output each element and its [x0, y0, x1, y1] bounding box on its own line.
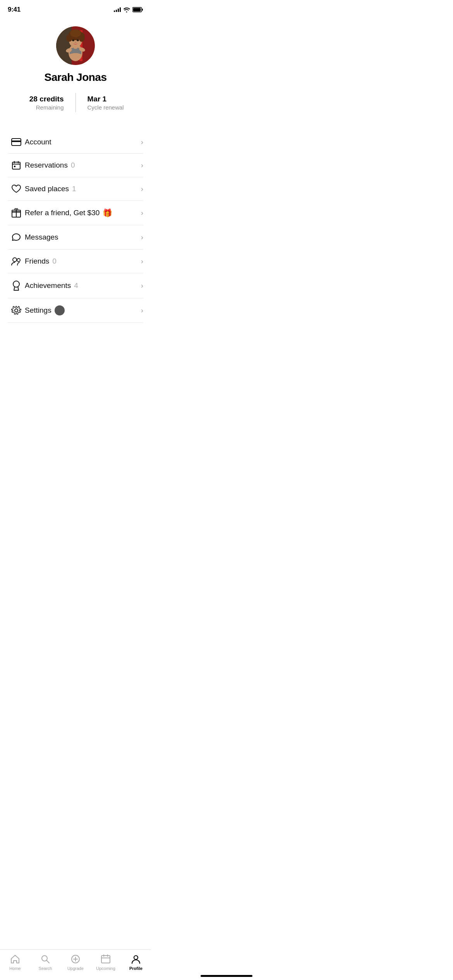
svg-rect-22: [12, 162, 20, 169]
account-chevron: ›: [141, 138, 143, 146]
heart-icon: [8, 184, 25, 194]
svg-point-32: [13, 281, 19, 287]
settings-icon: [8, 305, 25, 315]
menu-item-refer[interactable]: Refer a friend, Get $30 🎁 ›: [8, 201, 143, 225]
status-time: 9:41: [8, 6, 21, 14]
reservations-label: Reservations: [25, 161, 68, 170]
svg-point-34: [15, 309, 18, 312]
credits-value: 28 credits: [29, 95, 64, 103]
menu-item-friends[interactable]: Friends 0 ›: [8, 250, 143, 273]
svg-point-16: [70, 29, 81, 37]
friends-label: Friends: [25, 257, 49, 266]
refer-chevron: ›: [141, 209, 143, 217]
svg-rect-2: [133, 8, 141, 12]
messages-content: Messages: [25, 233, 141, 242]
friends-icon: [8, 257, 25, 266]
chat-icon: [8, 232, 25, 242]
achievements-content: Achievements 4: [25, 281, 141, 290]
saved-places-label: Saved places: [25, 185, 69, 193]
friends-badge: 0: [52, 257, 57, 266]
menu-item-reservations[interactable]: Reservations 0 ›: [8, 154, 143, 177]
saved-places-chevron: ›: [141, 185, 143, 193]
achievements-badge: 4: [74, 281, 78, 290]
credits-stat: 28 credits Remaining: [15, 95, 76, 111]
refer-content: Refer a friend, Get $30 🎁: [25, 208, 141, 218]
profile-section: Sarah Jonas 28 credits Remaining Mar 1 C…: [0, 17, 151, 131]
svg-rect-5: [56, 26, 72, 65]
stats-row: 28 credits Remaining Mar 1 Cycle renewal: [0, 93, 151, 112]
svg-point-17: [72, 39, 74, 41]
saved-places-content: Saved places 1: [25, 185, 141, 193]
menu-item-saved-places[interactable]: Saved places 1 ›: [8, 177, 143, 201]
avatar[interactable]: [56, 26, 95, 65]
svg-point-31: [17, 259, 20, 262]
status-bar: 9:41: [0, 0, 151, 17]
battery-icon: [132, 7, 143, 12]
account-label: Account: [25, 138, 51, 146]
calendar-icon: [8, 161, 25, 170]
messages-chevron: ›: [141, 233, 143, 242]
credits-label: Remaining: [36, 104, 64, 111]
menu-list: Account › Reservations 0 ›: [0, 131, 151, 323]
friends-content: Friends 0: [25, 257, 141, 266]
menu-item-account[interactable]: Account ›: [8, 131, 143, 154]
settings-dot: [55, 305, 65, 315]
cycle-label: Cycle renewal: [88, 104, 124, 111]
reservations-chevron: ›: [141, 161, 143, 170]
cycle-stat: Mar 1 Cycle renewal: [76, 95, 136, 111]
menu-item-messages[interactable]: Messages ›: [8, 225, 143, 250]
signal-icon: [114, 7, 121, 12]
svg-rect-26: [14, 166, 15, 167]
gift-icon: [8, 208, 25, 218]
cycle-value: Mar 1: [88, 95, 107, 103]
account-content: Account: [25, 138, 141, 146]
menu-item-achievements[interactable]: Achievements 4 ›: [8, 273, 143, 298]
achievements-label: Achievements: [25, 281, 71, 290]
settings-label: Settings: [25, 306, 51, 315]
refer-emoji: 🎁: [103, 208, 112, 218]
achievements-chevron: ›: [141, 282, 143, 290]
reservations-content: Reservations 0: [25, 161, 141, 170]
status-icons: [114, 7, 143, 12]
svg-rect-21: [12, 140, 21, 142]
reservations-badge: 0: [71, 161, 75, 170]
settings-content: Settings: [25, 305, 141, 315]
saved-places-badge: 1: [72, 185, 76, 193]
achievement-icon: [8, 280, 25, 291]
menu-item-settings[interactable]: Settings ›: [8, 298, 143, 323]
card-icon: [8, 138, 25, 146]
wifi-icon: [123, 7, 130, 12]
refer-label: Refer a friend, Get $30: [25, 209, 100, 217]
svg-point-18: [77, 39, 79, 41]
messages-label: Messages: [25, 233, 58, 242]
svg-rect-1: [142, 9, 143, 11]
svg-point-30: [13, 258, 17, 262]
friends-chevron: ›: [141, 257, 143, 266]
profile-name: Sarah Jonas: [44, 71, 106, 84]
svg-point-19: [75, 42, 76, 43]
settings-chevron: ›: [141, 307, 143, 315]
